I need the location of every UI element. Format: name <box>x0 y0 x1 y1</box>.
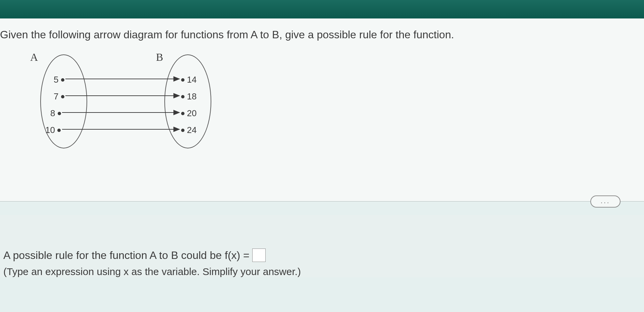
set-a-value-3: 10 <box>45 125 55 135</box>
set-b-item: 14 <box>181 75 197 85</box>
set-a-item: 7 <box>54 91 64 102</box>
divider: ... <box>0 202 644 215</box>
set-a-item: 8 <box>50 108 61 119</box>
answer-prefix-text: A possible rule for the function A to B … <box>3 249 250 262</box>
set-a-item: 10 <box>45 125 61 135</box>
answer-input[interactable] <box>252 249 266 262</box>
set-b-label: B <box>156 51 163 63</box>
window-header <box>0 0 644 18</box>
set-a-value-1: 7 <box>54 91 58 102</box>
set-a-label: A <box>30 51 38 63</box>
dot-icon <box>61 78 64 82</box>
set-a-value-0: 5 <box>54 75 58 85</box>
set-a-item: 5 <box>54 75 64 85</box>
set-b-item: 18 <box>181 91 197 102</box>
dot-icon <box>57 129 61 132</box>
dot-icon <box>181 112 184 115</box>
set-b-value-3: 24 <box>187 125 197 135</box>
question-panel: Given the following arrow diagram for fu… <box>0 18 644 202</box>
answer-panel: A possible rule for the function A to B … <box>0 215 644 277</box>
set-b-item: 24 <box>181 125 197 135</box>
dot-icon <box>61 95 64 98</box>
dot-icon <box>181 129 184 132</box>
set-b-item: 20 <box>181 108 197 119</box>
set-a-value-2: 8 <box>50 108 55 119</box>
answer-prompt: A possible rule for the function A to B … <box>3 249 641 262</box>
dot-icon <box>58 112 61 115</box>
set-b-value-0: 14 <box>187 75 197 85</box>
set-b-value-2: 20 <box>187 108 197 119</box>
set-b-value-1: 18 <box>187 91 197 102</box>
question-text: Given the following arrow diagram for fu… <box>0 29 644 51</box>
arrow-diagram: A B 5 7 8 10 14 18 20 24 <box>20 51 255 159</box>
more-button[interactable]: ... <box>590 195 621 208</box>
dot-icon <box>181 95 184 98</box>
dot-icon <box>181 78 184 82</box>
answer-hint: (Type an expression using x as the varia… <box>3 266 641 277</box>
